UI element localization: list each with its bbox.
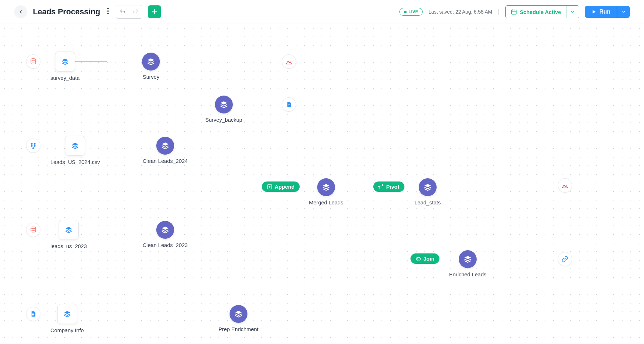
dataset-leads-2023[interactable]: leads_us_2023 bbox=[48, 220, 89, 249]
link-icon bbox=[561, 256, 569, 263]
transform-prep-enrichment[interactable]: Prep Enrichment bbox=[216, 305, 261, 333]
op-append[interactable]: Append bbox=[262, 181, 300, 192]
undo-button[interactable] bbox=[116, 5, 129, 18]
output-file-1[interactable] bbox=[282, 97, 296, 112]
layers-icon bbox=[63, 310, 71, 318]
node-label: survey_data bbox=[48, 74, 82, 81]
chevron-down-icon bbox=[621, 10, 626, 14]
svg-point-22 bbox=[31, 227, 35, 229]
join-icon bbox=[416, 256, 421, 262]
op-label: Append bbox=[275, 184, 295, 190]
node-label: Clean Leads_2023 bbox=[141, 242, 190, 248]
output-chart-1[interactable] bbox=[282, 54, 296, 69]
node-label: Enriched Leads bbox=[447, 271, 488, 278]
source-company-info-file[interactable] bbox=[26, 307, 40, 321]
node-label: Survey bbox=[141, 73, 162, 80]
svg-point-21 bbox=[31, 59, 35, 60]
run-button-group: Run bbox=[585, 6, 630, 18]
output-link[interactable] bbox=[558, 252, 572, 266]
transform-survey-backup[interactable]: Survey_backup bbox=[203, 96, 244, 123]
output-chart-2[interactable] bbox=[558, 178, 572, 193]
svg-rect-3 bbox=[511, 10, 516, 14]
back-button[interactable] bbox=[14, 5, 27, 18]
dataset-leads-2024[interactable]: Leads_US_2024.csv bbox=[48, 136, 102, 165]
transform-clean-leads-2023[interactable]: Clean Leads_2023 bbox=[141, 221, 190, 248]
svg-point-2 bbox=[107, 13, 109, 14]
layers-icon bbox=[65, 226, 73, 234]
op-label: Join bbox=[423, 256, 434, 262]
workflow-canvas[interactable]: survey_data Survey Survey_backup Leads_U… bbox=[0, 24, 644, 344]
node-label: Survey_backup bbox=[203, 116, 244, 123]
transform-survey[interactable]: Survey bbox=[141, 53, 162, 80]
layers-icon bbox=[463, 255, 472, 263]
layers-icon bbox=[161, 226, 169, 234]
append-icon bbox=[267, 184, 272, 190]
layers-icon bbox=[71, 142, 79, 150]
node-label: Company Info bbox=[48, 327, 86, 334]
file-icon bbox=[286, 101, 292, 108]
more-menu-button[interactable] bbox=[106, 6, 110, 18]
file-icon bbox=[30, 311, 36, 317]
layers-icon bbox=[161, 141, 169, 150]
header-right: LIVE Last saved: 22 Aug, 6:58 AM | Sched… bbox=[399, 5, 630, 18]
chevron-left-icon bbox=[18, 9, 23, 14]
undo-redo-group bbox=[116, 5, 142, 19]
transform-merged-leads[interactable]: Merged Leads bbox=[307, 178, 345, 206]
header-left: Leads Processing bbox=[14, 5, 161, 19]
layers-icon bbox=[220, 100, 228, 109]
pivot-icon bbox=[378, 184, 384, 190]
redo-button[interactable] bbox=[129, 5, 142, 18]
layers-icon bbox=[322, 183, 330, 192]
run-label: Run bbox=[599, 9, 610, 15]
undo-icon bbox=[119, 9, 126, 15]
svg-point-0 bbox=[107, 8, 109, 9]
redo-icon bbox=[132, 9, 139, 15]
dataset-company-info[interactable]: Company Info bbox=[48, 304, 86, 334]
op-pivot[interactable]: Pivot bbox=[373, 181, 404, 192]
transform-enriched-leads[interactable]: Enriched Leads bbox=[447, 250, 488, 278]
layers-icon bbox=[234, 310, 243, 318]
svg-point-1 bbox=[107, 10, 109, 12]
node-label: leads_us_2023 bbox=[48, 243, 89, 249]
run-dropdown-button[interactable] bbox=[617, 6, 630, 18]
header: Leads Processing LIVE Last saved: 22 Aug… bbox=[0, 0, 644, 24]
transform-clean-leads-2024[interactable]: Clean Leads_2024 bbox=[141, 137, 190, 164]
page-title: Leads Processing bbox=[33, 7, 100, 16]
schedule-dropdown-button[interactable] bbox=[566, 6, 579, 18]
schedule-button-group: Schedule Active bbox=[505, 5, 579, 18]
dataset-survey-data[interactable]: survey_data bbox=[48, 52, 82, 81]
source-leads-2023-db[interactable] bbox=[26, 223, 40, 237]
add-button[interactable] bbox=[148, 5, 161, 18]
dropbox-icon bbox=[30, 142, 37, 149]
mountain-chart-icon bbox=[561, 182, 569, 189]
live-dot-icon bbox=[404, 11, 407, 13]
database-icon bbox=[30, 226, 37, 233]
op-join[interactable]: Join bbox=[411, 253, 439, 264]
mountain-chart-icon bbox=[285, 58, 292, 65]
node-label: Merged Leads bbox=[307, 199, 345, 206]
transform-lead-stats[interactable]: Lead_stats bbox=[412, 178, 443, 206]
plus-icon bbox=[151, 9, 158, 15]
source-survey-data-db[interactable] bbox=[26, 54, 40, 69]
kebab-icon bbox=[107, 8, 109, 14]
play-icon bbox=[591, 9, 596, 14]
node-label: Clean Leads_2024 bbox=[141, 158, 190, 164]
layers-icon bbox=[423, 183, 432, 192]
chevron-down-icon bbox=[570, 10, 575, 14]
op-label: Pivot bbox=[386, 184, 399, 190]
calendar-icon bbox=[511, 9, 517, 15]
node-label: Prep Enrichment bbox=[216, 326, 261, 333]
live-label: LIVE bbox=[409, 9, 418, 14]
layers-icon bbox=[147, 57, 155, 66]
divider: | bbox=[498, 9, 499, 15]
node-label: Lead_stats bbox=[412, 199, 443, 206]
live-badge: LIVE bbox=[399, 8, 423, 16]
schedule-button[interactable]: Schedule Active bbox=[506, 6, 566, 18]
node-label: Leads_US_2024.csv bbox=[48, 159, 102, 165]
last-saved-text: Last saved: 22 Aug, 6:58 AM bbox=[428, 9, 492, 15]
run-button[interactable]: Run bbox=[585, 6, 617, 18]
schedule-label: Schedule Active bbox=[520, 9, 561, 15]
source-dropbox[interactable] bbox=[26, 139, 40, 153]
database-icon bbox=[30, 58, 37, 65]
layers-icon bbox=[61, 58, 69, 66]
